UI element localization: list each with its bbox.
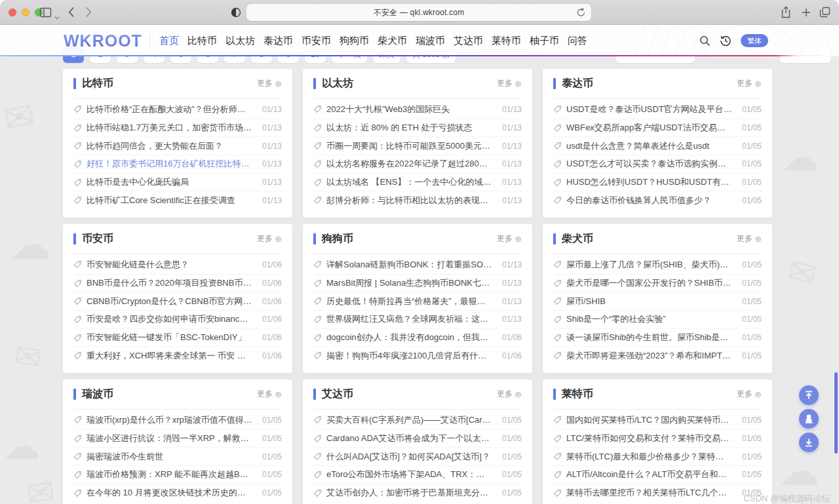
article-row[interactable]: Shib是一个“零的社会实验”01/05 xyxy=(553,310,762,328)
article-title[interactable]: ALT币/Altcoin是什么？ALT币交易平台和官网介绍 xyxy=(566,469,732,480)
article-row[interactable]: HUSD怎么转到USDT？HUSD和USDT有什么不同？01/05 xyxy=(553,173,762,191)
article-title[interactable]: 屎币最上涨了几倍？屎币(SHIB、柴犬币)市场前景… xyxy=(566,259,732,271)
article-title[interactable]: 比特币矿工Core Scientific正在接受调查 xyxy=(87,195,252,206)
more-link[interactable]: 更多⊕ xyxy=(257,389,282,400)
article-row[interactable]: 币安是啥？四步交你如何申请币安binance官网01/06 xyxy=(73,310,282,328)
article-row[interactable]: 以太坊名称服务在2022年记录了超过280万个域名…01/13 xyxy=(313,155,522,173)
nav-item-1[interactable]: 比特币 xyxy=(187,35,217,47)
minimize-window-button[interactable] xyxy=(22,9,29,16)
article-title[interactable]: CBNB币/Crypton是什么？CBNB币官方网站和团… xyxy=(87,296,252,307)
article-title[interactable]: 彭博分析师：与比特币相比以太坊的表现一直很有… xyxy=(326,195,492,206)
article-title[interactable]: Cardano ADA艾达币将会成为下一个以太坊凶手… xyxy=(326,433,492,444)
article-row[interactable]: 谈一谈屎币Shib的今生前世。屎币Shib是一场“有…01/05 xyxy=(553,328,762,347)
article-title[interactable]: USDT怎么才可以买卖？泰达币选购实例教程详细… xyxy=(566,158,732,170)
article-title[interactable]: 今日的泰达币价钱换算人民币值多少？ xyxy=(566,195,732,206)
article-row[interactable]: usdt是什么含意？简单表述什么是usdt01/05 xyxy=(553,136,762,155)
article-row[interactable]: 揭密瑞波币今生前世01/05 xyxy=(73,447,282,465)
article-row[interactable]: eToro公布国外市场将下架ADA、TRX：出自于监…01/05 xyxy=(313,465,522,484)
reload-icon[interactable] xyxy=(576,7,586,20)
back-button[interactable] xyxy=(68,7,75,20)
article-row[interactable]: WBFex交易所app客户端USDT法币交易实例教程…01/05 xyxy=(553,119,762,137)
article-title[interactable]: 揭密！狗狗币4年疯涨2100几倍背后有什么？ xyxy=(326,350,492,362)
article-title[interactable]: 莱特币(LTC)最大和最少价格多少？莱特币历史时… xyxy=(566,451,732,463)
nav-item-5[interactable]: 狗狗币 xyxy=(340,35,369,47)
nav-item-9[interactable]: 莱特币 xyxy=(492,35,521,47)
more-link[interactable]: 更多⊕ xyxy=(257,78,282,89)
article-title[interactable]: 瑞波小区进行抗议：消毁一半XRP，解救币价 xyxy=(87,433,252,444)
article-row[interactable]: 瑞波币(xrp)是什么币？xrp瑞波币值不值得买？01/05 xyxy=(73,411,282,429)
article-title[interactable]: 比特币价格“正在酝酿大波动”？但分析师暗示可… xyxy=(87,104,252,115)
nav-item-7[interactable]: 瑞波币 xyxy=(416,35,445,47)
article-title[interactable]: 比特币趋同倍合，更大势能在后面？ xyxy=(87,140,252,152)
article-row[interactable]: 莱特币去哪里挖币？相关莱特币LTC几个挖矿软件…01/05 xyxy=(553,484,762,502)
history-icon[interactable] xyxy=(720,35,732,47)
article-title[interactable]: 艾达币创办人：加密币将于巴基斯坦充分发挥大功… xyxy=(326,487,492,499)
article-row[interactable]: 2022十大“扎根”Web3的国际巨头01/13 xyxy=(313,100,522,119)
article-title[interactable]: 以太坊名称服务在2022年记录了超过280万个域名… xyxy=(326,158,492,170)
article-title[interactable]: 历史最低！特斯拉再当“价格屠夫”，最狠直降4.8… xyxy=(326,296,492,307)
article-title[interactable]: 比特币站稳1.7万美元关口，加密货币市场是否走出… xyxy=(87,122,252,134)
article-row[interactable]: 莱特币(LTC)最大和最少价格多少？莱特币历史时…01/05 xyxy=(553,447,762,465)
nav-item-4[interactable]: 币安币 xyxy=(302,35,331,47)
nav-item-2[interactable]: 以太坊 xyxy=(225,35,255,47)
article-title[interactable]: 详解Solana链新狗币BONK：打着重振SOL 的旗帜… xyxy=(326,259,492,271)
address-bar[interactable]: 不安全 — qkl.wkroot.com xyxy=(246,4,591,21)
article-row[interactable]: 历史最低！特斯拉再当“价格屠夫”，最狠直降4.8…01/13 xyxy=(313,292,522,310)
language-toggle-button[interactable]: 繁体 xyxy=(741,34,768,47)
article-row[interactable]: 以太坊：近 80% 的 ETH 处于亏损状态01/13 xyxy=(313,119,522,137)
forward-button[interactable] xyxy=(85,7,92,20)
article-title[interactable]: 屎币/SHIB xyxy=(566,296,732,307)
nav-item-11[interactable]: 问答 xyxy=(568,35,587,47)
back-to-top-button[interactable] xyxy=(799,385,819,405)
tab-overview-icon[interactable] xyxy=(819,7,830,20)
article-row[interactable]: dogcoin创办人：我并没有dogcoin，但我知道真…01/06 xyxy=(313,328,522,347)
article-title[interactable]: eToro公布国外市场将下架ADA、TRX：出自于监… xyxy=(326,469,492,480)
more-link[interactable]: 更多⊕ xyxy=(497,233,522,244)
article-row[interactable]: 比特币站稳1.7万美元关口，加密货币市场是否走出…01/13 xyxy=(73,119,282,137)
article-title[interactable]: USDT是啥？泰达币USDT官方网站及平台交易全方… xyxy=(566,104,732,115)
sidebar-toggle-icon[interactable] xyxy=(39,7,52,21)
article-title[interactable]: 以太坊：近 80% 的 ETH 处于亏损状态 xyxy=(326,122,492,134)
article-row[interactable]: 比特币是去中心化庞氏骗局01/13 xyxy=(73,173,282,191)
more-link[interactable]: 更多⊕ xyxy=(497,389,522,400)
article-title[interactable]: 币安是啥？四步交你如何申请币安binance官网 xyxy=(87,313,252,325)
article-row[interactable]: 好狂！原市委书记用16万台矿机狂挖比特币，用掉…01/13 xyxy=(73,155,282,173)
close-window-button[interactable] xyxy=(9,9,16,16)
article-row[interactable]: 今日的泰达币价钱换算人民币值多少？01/05 xyxy=(553,191,762,209)
article-title[interactable]: 币安智能化链一键发币「BSC-TokenDIY」 xyxy=(87,332,252,343)
article-title[interactable]: 重大利好，XCH即将来袭全球第一 币安 交易中心… xyxy=(87,350,252,362)
article-row[interactable]: 柴犬币是哪一个国家公开发行的？SHIB币是什么时…01/05 xyxy=(553,274,762,292)
article-title[interactable]: MarsBit周报 | Solana生态狗狗币BONK七日涨超… xyxy=(326,277,492,289)
article-row[interactable]: 详解Solana链新狗币BONK：打着重振SOL 的旗帜…01/13 xyxy=(313,256,522,274)
article-row[interactable]: 重大利好，XCH即将来袭全球第一 币安 交易中心…01/06 xyxy=(73,346,282,364)
more-link[interactable]: 更多⊕ xyxy=(737,78,762,89)
article-row[interactable]: 彭博分析师：与比特币相比以太坊的表现一直很有…01/13 xyxy=(313,191,522,209)
article-title[interactable]: 在今年的 10 月将更改区块链技术历史的；这一段… xyxy=(87,487,252,499)
article-row[interactable]: 币圈一周要闻：比特币可能跌至5000美元，以太坊…01/13 xyxy=(313,136,522,155)
article-row[interactable]: MarsBit周报 | Solana生态狗狗币BONK七日涨超…01/13 xyxy=(313,274,522,292)
nav-item-10[interactable]: 柚子币 xyxy=(530,35,559,47)
article-title[interactable]: 什么叫ADA[艾达币]？如何买ADA[艾达币]？ xyxy=(326,451,492,463)
article-row[interactable]: 以太坊域名 【ENS】：一个去中心化的域系统01/13 xyxy=(313,173,522,191)
site-logo[interactable]: WKROOT xyxy=(64,25,142,56)
article-title[interactable]: 瑞波币(xrp)是什么币？xrp瑞波币值不值得买？ xyxy=(87,414,252,426)
article-row[interactable]: 在今年的 10 月将更改区块链技术历史的；这一段…01/05 xyxy=(73,484,282,502)
nav-item-8[interactable]: 艾达币 xyxy=(454,35,483,47)
article-row[interactable]: 瑞波小区进行抗议：消毁一半XRP，解救币价01/05 xyxy=(73,429,282,448)
article-title[interactable]: 瑞波币价格预测：XRP 能不能再次超越BTC？ xyxy=(87,469,252,480)
article-row[interactable]: 比特币趋同倍合，更大势能在后面？01/13 xyxy=(73,136,282,155)
article-row[interactable]: 比特币价格“正在酝酿大波动”？但分析师暗示可…01/13 xyxy=(73,100,282,119)
article-title[interactable]: 币圈一周要闻：比特币可能跌至5000美元，以太坊… xyxy=(326,140,492,152)
page-settings-icon[interactable] xyxy=(231,7,241,20)
article-row[interactable]: 世界级网红汪又病危？全球网友祈福：这次恐怕是…01/13 xyxy=(313,310,522,328)
nav-item-0[interactable]: 首页 xyxy=(159,35,179,47)
article-row[interactable]: USDT怎么才可以买卖？泰达币选购实例教程详细…01/05 xyxy=(553,155,762,173)
article-title[interactable]: WBFex交易所app客户端USDT法币交易实例教程… xyxy=(566,122,732,134)
more-link[interactable]: 更多⊕ xyxy=(737,233,762,244)
qq-contact-button[interactable] xyxy=(799,409,819,429)
article-row[interactable]: 瑞波币价格预测：XRP 能不能再次超越BTC？01/05 xyxy=(73,465,282,484)
article-title[interactable]: BNB币是什么币？2020年项目投资BNB币前景展… xyxy=(87,277,252,289)
article-row[interactable]: 柴犬币即将迎来强劲“2023”？希布和IMPT已经…01/05 xyxy=(553,346,762,364)
article-row[interactable]: 比特币矿工Core Scientific正在接受调查01/13 xyxy=(73,191,282,209)
article-title[interactable]: 2022十大“扎根”Web3的国际巨头 xyxy=(326,104,492,115)
